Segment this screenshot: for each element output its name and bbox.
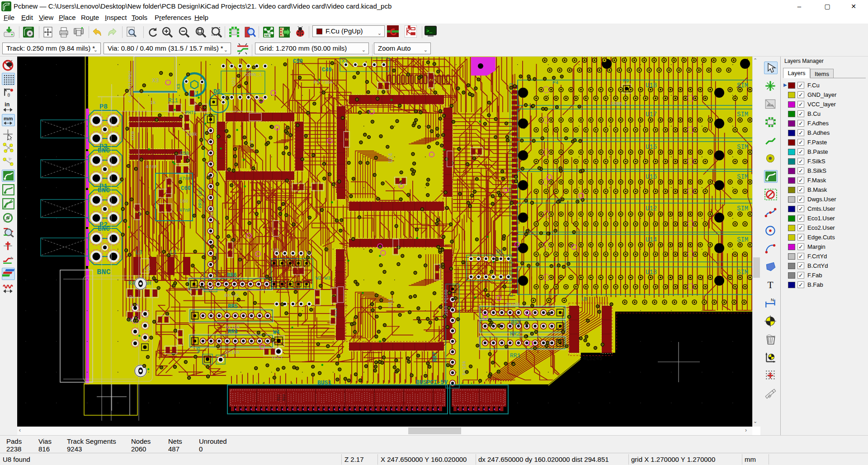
svg-text:C58: C58 (180, 151, 189, 156)
svg-text:SIM: SIM (737, 205, 748, 212)
svg-text:>_: >_ (426, 28, 433, 34)
svg-text:U17: U17 (646, 111, 657, 118)
svg-text:D6: D6 (213, 88, 221, 95)
svg-text:U15: U15 (646, 143, 657, 151)
svg-text:SIM: SIM (737, 236, 748, 243)
svg-text:8x10k: 8x10k (225, 350, 240, 355)
svg-text:RR2: RR2 (510, 331, 520, 337)
svg-text:RR3: RR3 (511, 320, 521, 327)
svg-text:θ: θ (7, 93, 10, 98)
svg-text:P4 736A: P4 736A (314, 80, 333, 85)
svg-text:NET: NET (264, 33, 272, 38)
svg-text:C60: C60 (181, 185, 191, 192)
svg-text:T: T (768, 280, 774, 291)
svg-text:SIM: SIM (737, 269, 748, 276)
svg-text:B12: B12 (276, 394, 280, 401)
svg-text:47nF: 47nF (146, 164, 157, 170)
svg-text:SIM: SIM (737, 143, 748, 151)
svg-text:CONN_1: CONN_1 (244, 72, 262, 77)
svg-text:4.433618MHz: 4.433618MHz (127, 70, 133, 103)
svg-text:P9: P9 (623, 78, 629, 84)
svg-text:BNC: BNC (98, 147, 110, 155)
svg-text:U16: U16 (646, 173, 657, 180)
svg-text:U12: U12 (646, 205, 657, 212)
svg-text:8x1k: 8x1k (210, 206, 215, 217)
svg-text:RR6: RR6 (227, 272, 237, 279)
svg-text:RR1: RR1 (510, 352, 521, 359)
svg-text:U1: U1 (496, 249, 503, 255)
svg-text:R11: R11 (168, 98, 178, 104)
svg-text:B13: B13 (282, 394, 286, 401)
svg-text:L5: L5 (581, 296, 587, 302)
svg-text:C49: C49 (322, 67, 332, 73)
svg-text:X1: X1 (342, 58, 348, 64)
svg-text:74LS245: 74LS245 (580, 356, 602, 362)
svg-text:L3: L3 (144, 266, 150, 272)
svg-text:RR4: RR4 (228, 329, 238, 335)
svg-text:U18: U18 (646, 82, 657, 89)
svg-text:R4: R4 (129, 295, 135, 300)
svg-text:1k: 1k (150, 100, 156, 105)
svg-text:C60: C60 (180, 199, 188, 204)
svg-text:RR5: RR5 (228, 304, 238, 310)
svg-text:C50: C50 (293, 58, 303, 65)
svg-text:BNC: BNC (97, 268, 111, 276)
svg-text:W2 W3: W2 W3 (316, 275, 330, 281)
svg-text:U11: U11 (388, 298, 394, 308)
svg-text:SIM: SIM (737, 111, 748, 118)
svg-text:47nF: 47nF (179, 208, 191, 213)
svg-text:U14: U14 (646, 236, 657, 243)
svg-text:RR7: RR7 (432, 352, 439, 362)
svg-text:W4: W4 (273, 329, 279, 336)
svg-text:BNC: BNC (98, 187, 110, 195)
svg-text:X3: X3 (152, 77, 159, 84)
svg-text:RR8 U23: RR8 U23 (198, 187, 203, 208)
svg-text:P8: P8 (99, 103, 108, 111)
svg-text:L1: L1 (170, 250, 176, 256)
svg-text:PHT1: PHT1 (185, 110, 196, 115)
svg-text:in: in (5, 102, 9, 108)
svg-text:J4: J4 (144, 315, 150, 321)
svg-text:U21: U21 (231, 77, 236, 86)
svg-text:U9: U9 (273, 247, 279, 253)
svg-text:W5: W5 (196, 347, 201, 353)
svg-text:BNC: BNC (98, 225, 110, 233)
svg-text:U20: U20 (130, 131, 136, 140)
svg-text:8x10k: 8x10k (506, 302, 520, 307)
svg-text:X3: X3 (176, 84, 181, 90)
svg-text:U24: U24 (388, 153, 394, 163)
svg-text:SIM: SIM (737, 82, 748, 89)
svg-text:U13: U13 (646, 269, 657, 276)
svg-text:mm: mm (4, 116, 13, 121)
svg-text:SIM: SIM (737, 173, 748, 180)
svg-text:TEST: TEST (271, 356, 283, 361)
svg-text:100k: 100k (186, 132, 197, 137)
svg-text:N: N (771, 297, 774, 302)
svg-text:P4: P4 (552, 80, 559, 85)
